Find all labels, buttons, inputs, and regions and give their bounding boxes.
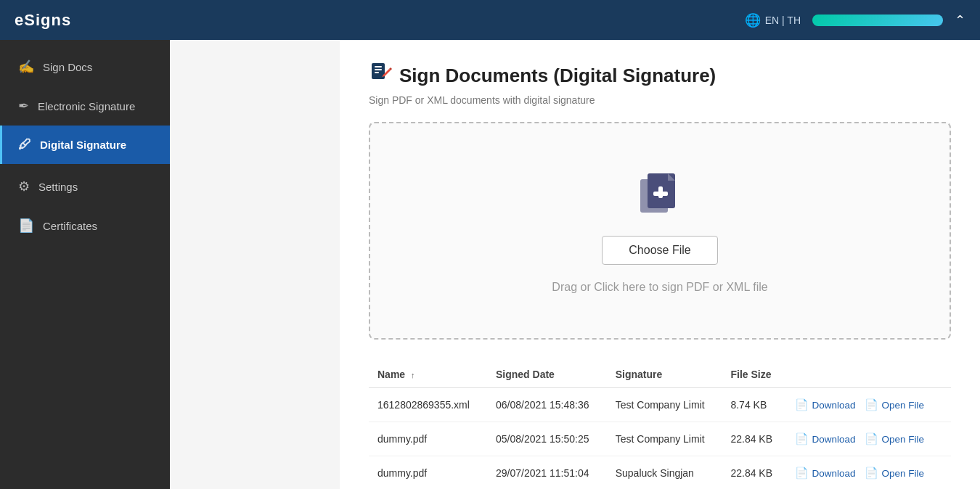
electronic-signature-icon: ✒ (18, 98, 29, 114)
download-link[interactable]: 📄 Download (795, 432, 856, 445)
sign-docs-icon: ✍ (18, 59, 34, 75)
table-row: 1612802869355.xml 06/08/2021 15:48:36 Te… (369, 388, 951, 422)
upload-icon (634, 168, 685, 221)
open-label: Open File (882, 468, 925, 479)
table-row: dummy.pdf 29/07/2021 11:51:04 Supaluck S… (369, 456, 951, 490)
chevron-up-icon[interactable]: ⌃ (955, 12, 965, 28)
open-file-icon: 📄 (865, 432, 878, 445)
col-header-actions (786, 361, 951, 388)
cell-signature: Test Company Limit (607, 422, 722, 456)
sidebar: eSigns ✍ Sign Docs ✒ Electronic Signatur… (0, 0, 170, 489)
open-file-link[interactable]: 📄 Open File (865, 398, 925, 411)
svg-rect-0 (372, 63, 385, 79)
download-file-icon: 📄 (795, 467, 809, 480)
cell-signed-date: 06/08/2021 15:48:36 (487, 388, 607, 422)
sidebar-item-electronic-signature[interactable]: ✒ Electronic Signature (0, 86, 170, 126)
cell-signature: Test Company Limit (607, 388, 722, 422)
cell-name: dummy.pdf (369, 456, 487, 490)
sidebar-item-label: Electronic Signature (38, 100, 135, 112)
download-file-icon: 📄 (795, 432, 809, 445)
main-content: Sign Documents (Digital Signature) Sign … (340, 40, 980, 489)
download-link[interactable]: 📄 Download (795, 467, 856, 480)
upload-zone[interactable]: Choose File Drag or Click here to sign P… (369, 122, 951, 340)
sidebar-item-sign-docs[interactable]: ✍ Sign Docs (0, 47, 170, 86)
cell-signature: Supaluck Singjan (607, 456, 722, 490)
download-label: Download (812, 400, 856, 411)
open-file-icon: 📄 (865, 398, 878, 411)
col-header-file-size: File Size (722, 361, 785, 388)
app-logo: eSigns (15, 11, 71, 30)
page-title-icon (369, 62, 392, 90)
cell-signed-date: 05/08/2021 15:50:25 (487, 422, 607, 456)
globe-icon: 🌐 (745, 12, 761, 28)
svg-rect-7 (653, 192, 668, 196)
table-body: 1612802869355.xml 06/08/2021 15:48:36 Te… (369, 388, 951, 490)
lang-label: EN | TH (765, 15, 801, 26)
open-file-link[interactable]: 📄 Open File (865, 432, 925, 445)
download-link[interactable]: 📄 Download (795, 398, 856, 411)
cell-name: dummy.pdf (369, 422, 487, 456)
col-header-signature: Signature (607, 361, 722, 388)
download-label: Download (812, 468, 856, 479)
cell-name: 1612802869355.xml (369, 388, 487, 422)
svg-rect-2 (375, 69, 382, 70)
file-table: Name ↑ Signed Date Signature File Size 1… (369, 361, 951, 489)
cell-file-size: 22.84 KB (722, 456, 785, 490)
download-file-icon: 📄 (795, 398, 809, 411)
settings-icon: ⚙ (18, 178, 30, 194)
page-title-text: Sign Documents (Digital Signature) (399, 65, 716, 87)
open-file-link[interactable]: 📄 Open File (865, 467, 925, 480)
page-title-area: Sign Documents (Digital Signature) (369, 62, 951, 90)
cell-actions: 📄 Download 📄 Open File (786, 388, 951, 422)
cell-actions: 📄 Download 📄 Open File (786, 422, 951, 456)
cell-file-size: 8.74 KB (722, 388, 785, 422)
sidebar-item-settings[interactable]: ⚙ Settings (0, 164, 170, 206)
cell-actions: 📄 Download 📄 Open File (786, 456, 951, 490)
table-row: dummy.pdf 05/08/2021 15:50:25 Test Compa… (369, 422, 951, 456)
col-header-signed-date: Signed Date (487, 361, 607, 388)
sort-arrow-icon[interactable]: ↑ (411, 371, 415, 379)
topbar: 🌐 EN | TH ⌃ (170, 0, 980, 40)
sidebar-item-label: Digital Signature (40, 139, 126, 151)
topbar-action-button[interactable] (812, 15, 943, 26)
sidebar-item-certificates[interactable]: 📄 Certificates (0, 206, 170, 245)
page-subtitle: Sign PDF or XML documents with digital s… (369, 94, 951, 106)
sidebar-item-label: Sign Docs (43, 61, 92, 73)
cell-file-size: 22.84 KB (722, 422, 785, 456)
table-header: Name ↑ Signed Date Signature File Size (369, 361, 951, 388)
sidebar-nav: ✍ Sign Docs ✒ Electronic Signature 🖊 Dig… (0, 40, 170, 245)
language-selector[interactable]: 🌐 EN | TH (745, 12, 801, 28)
sidebar-item-digital-signature[interactable]: 🖊 Digital Signature (0, 126, 170, 164)
logo-area: eSigns (0, 0, 170, 40)
open-label: Open File (882, 434, 925, 445)
digital-signature-icon: 🖊 (18, 137, 31, 152)
cell-signed-date: 29/07/2021 11:51:04 (487, 456, 607, 490)
svg-rect-1 (375, 66, 382, 67)
sidebar-item-label: Settings (38, 181, 78, 193)
sidebar-item-label: Certificates (43, 220, 97, 232)
col-header-name: Name ↑ (369, 361, 487, 388)
download-label: Download (812, 434, 856, 445)
certificates-icon: 📄 (18, 218, 34, 234)
upload-hint-text: Drag or Click here to sign PDF or XML fi… (552, 281, 767, 294)
open-file-icon: 📄 (865, 467, 878, 480)
choose-file-button[interactable]: Choose File (602, 236, 717, 265)
open-label: Open File (882, 400, 925, 411)
svg-rect-3 (375, 72, 379, 73)
